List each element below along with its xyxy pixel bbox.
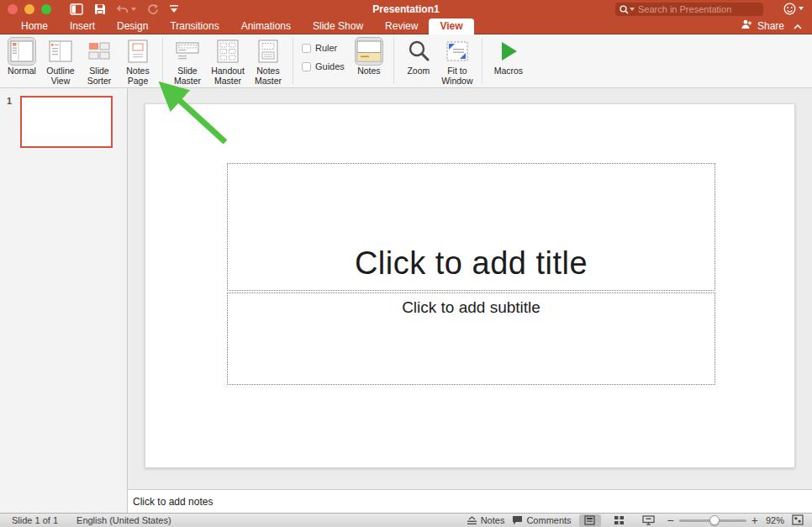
search-input[interactable]: [638, 4, 747, 14]
slide-master-icon: [173, 37, 202, 66]
title-placeholder[interactable]: Click to add title: [227, 163, 715, 291]
slide-number: 1: [7, 96, 12, 106]
slide-sorter-icon: [85, 37, 113, 66]
status-slide-sorter-icon: [614, 515, 625, 525]
outline-view-button[interactable]: Outline View: [42, 37, 79, 87]
status-slideshow-button[interactable]: [638, 514, 660, 527]
close-window-icon[interactable]: [8, 4, 18, 14]
zoom-slider-track[interactable]: [679, 519, 746, 522]
zoom-button[interactable]: Zoom: [400, 37, 437, 76]
notes-toggle-button[interactable]: Notes: [351, 37, 388, 76]
ruler-checkbox[interactable]: Ruler: [302, 43, 345, 53]
toolbar-options-icon[interactable]: [169, 5, 179, 13]
notes-master-icon: [254, 37, 282, 66]
zoom-slider-knob[interactable]: [709, 515, 720, 525]
search-icon: [620, 5, 635, 14]
slide-indicator: Slide 1 of 1: [12, 515, 58, 525]
guides-checkbox-label: Guides: [315, 61, 345, 71]
language-indicator[interactable]: English (United States): [76, 515, 171, 525]
zoom-slider[interactable]: − +: [667, 514, 758, 526]
guides-checkbox-box[interactable]: [302, 62, 311, 71]
notes-status-icon: [467, 516, 477, 525]
share-label: Share: [757, 18, 784, 34]
tab-review[interactable]: Review: [374, 18, 429, 34]
editing-area: Click to add title Click to add subtitle…: [128, 88, 812, 513]
share-button[interactable]: Share: [741, 18, 802, 34]
comments-button[interactable]: Comments: [512, 515, 571, 525]
status-normal-view-button[interactable]: [579, 514, 601, 527]
tab-insert[interactable]: Insert: [59, 18, 106, 34]
notes-master-button[interactable]: Notes Master: [250, 37, 287, 87]
fit-slide-to-window-button[interactable]: [792, 514, 804, 527]
slide-master-button[interactable]: Slide Master: [169, 37, 206, 87]
notes-toggle-icon: [355, 37, 383, 66]
slide[interactable]: Click to add title Click to add subtitle: [145, 103, 795, 468]
handout-master-button[interactable]: Handout Master: [208, 37, 248, 87]
group-separator: [293, 38, 293, 84]
ruler-checkbox-label: Ruler: [315, 43, 337, 53]
tab-transitions[interactable]: Transitions: [159, 18, 229, 34]
normal-view-icon: [8, 37, 36, 66]
notes-pane[interactable]: Click to add notes: [128, 489, 812, 513]
share-person-icon: [741, 18, 753, 34]
ribbon: Normal Outline View Slide Sorter Notes P…: [0, 34, 812, 88]
handout-master-icon: [214, 37, 242, 66]
save-icon[interactable]: [94, 3, 106, 15]
guides-checkbox[interactable]: Guides: [302, 61, 345, 71]
zoom-out-icon[interactable]: −: [667, 514, 674, 526]
tab-animations[interactable]: Animations: [230, 18, 302, 34]
fit-to-window-icon: [443, 37, 472, 66]
collapse-ribbon-icon[interactable]: [794, 18, 802, 34]
status-bar: Slide 1 of 1 English (United States) Not…: [0, 513, 812, 527]
minimize-window-icon[interactable]: [24, 4, 34, 14]
titlebar: Presentation1: [0, 0, 812, 18]
show-options: Ruler Guides: [302, 43, 345, 71]
group-separator: [162, 38, 163, 84]
workspace: 1 Click to add title Click to add subtit…: [0, 88, 812, 513]
redo-icon[interactable]: [147, 4, 158, 15]
tab-slide-show[interactable]: Slide Show: [302, 18, 374, 34]
tab-design[interactable]: Design: [106, 18, 159, 34]
feedback-smiley-icon[interactable]: [783, 3, 804, 15]
notes-status-button[interactable]: Notes: [467, 515, 505, 525]
status-slideshow-icon: [642, 515, 655, 525]
ruler-checkbox-box[interactable]: [302, 44, 311, 53]
tab-view[interactable]: View: [429, 18, 473, 34]
slide-sorter-button[interactable]: Slide Sorter: [81, 37, 118, 87]
macros-button[interactable]: Macros: [488, 37, 529, 76]
notes-page-icon: [124, 37, 152, 66]
zoom-in-icon[interactable]: +: [751, 514, 758, 526]
undo-icon[interactable]: [117, 4, 136, 15]
macros-play-icon: [494, 37, 523, 66]
search-box[interactable]: [615, 3, 763, 16]
subtitle-placeholder[interactable]: Click to add subtitle: [227, 292, 715, 385]
ribbon-tab-bar: Home Insert Design Transitions Animation…: [0, 18, 812, 34]
fit-to-window-button[interactable]: Fit to Window: [439, 37, 476, 87]
traffic-lights: [0, 4, 51, 14]
notes-page-button[interactable]: Notes Page: [119, 37, 156, 87]
group-separator: [393, 38, 394, 84]
notes-placeholder-text: Click to add notes: [133, 496, 213, 508]
slide-thumbnail[interactable]: [20, 96, 113, 148]
tab-home[interactable]: Home: [10, 18, 59, 34]
slide-thumbnail-panel[interactable]: 1: [0, 88, 128, 513]
zoom-window-icon[interactable]: [41, 4, 51, 14]
fit-slide-icon: [792, 514, 804, 525]
comments-icon: [512, 515, 523, 525]
slide-canvas[interactable]: Click to add title Click to add subtitle: [128, 88, 812, 489]
status-normal-view-icon: [584, 515, 595, 525]
powerpoint-window: Presentation1 Home Insert Design Transit…: [0, 0, 812, 527]
zoom-magnifier-icon: [404, 37, 433, 66]
normal-view-button[interactable]: Normal: [3, 37, 40, 76]
zoom-level[interactable]: 92%: [766, 515, 784, 525]
status-slide-sorter-button[interactable]: [609, 514, 630, 527]
outline-view-icon: [46, 37, 75, 66]
group-separator: [482, 38, 482, 84]
sidebar-toggle-icon[interactable]: [70, 3, 83, 15]
